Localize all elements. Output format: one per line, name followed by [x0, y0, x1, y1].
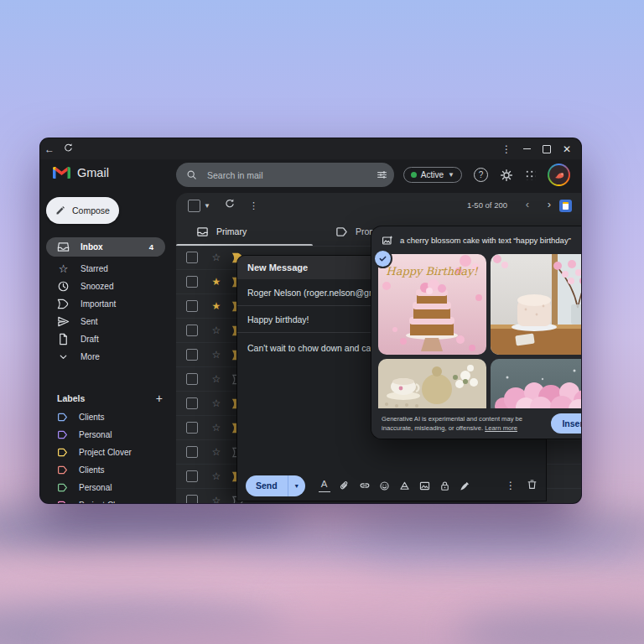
row-star-icon[interactable]: ☆	[210, 397, 222, 409]
row-star-icon[interactable]: ☆	[210, 252, 222, 263]
close-window-icon[interactable]: ✕	[563, 144, 571, 154]
insert-button[interactable]: Insert	[551, 413, 581, 434]
discard-draft-icon[interactable]	[527, 478, 538, 493]
search-options-icon[interactable]	[377, 169, 387, 180]
confidential-mode-icon[interactable]	[439, 480, 451, 491]
sidebar-item-label: Inbox	[80, 242, 103, 252]
row-star-icon[interactable]: ☆	[210, 446, 222, 458]
sidebar-item-snoozed[interactable]: Snoozed	[40, 278, 176, 295]
row-star-icon[interactable]: ☆	[210, 325, 222, 336]
insert-photo-icon[interactable]	[419, 480, 431, 491]
generated-image-icon	[382, 235, 393, 247]
row-checkbox[interactable]	[186, 397, 198, 409]
help-me-write-pen-icon[interactable]	[460, 480, 471, 491]
important-marker-icon	[57, 298, 70, 310]
row-checkbox[interactable]	[186, 422, 198, 434]
label-name: Personal	[79, 430, 112, 439]
previous-page-icon[interactable]: ‹	[526, 198, 529, 210]
compose-toolbar: Send ▼ A	[237, 470, 546, 501]
gmail-logo[interactable]: Gmail	[53, 166, 109, 179]
sidebar-item-starred[interactable]: ☆ Starred	[40, 260, 176, 278]
sidebar-item-label: Snoozed	[80, 282, 113, 291]
label-tag-icon	[57, 465, 68, 475]
row-checkbox[interactable]	[186, 373, 198, 385]
browser-menu-icon[interactable]: ⋮	[501, 143, 512, 155]
generated-image-3[interactable]	[378, 359, 486, 408]
generated-images-grid: Happy Birthday!	[378, 254, 581, 408]
selected-check-icon[interactable]	[375, 251, 391, 267]
help-icon[interactable]: ?	[474, 168, 488, 182]
label-tag-icon	[57, 447, 68, 458]
chevron-down-icon: ▼	[448, 171, 454, 179]
sidebar-item-important[interactable]: Important	[40, 295, 176, 313]
row-star-icon[interactable]: ☆	[210, 495, 222, 503]
row-checkbox[interactable]	[186, 300, 198, 312]
star-icon: ☆	[57, 262, 70, 275]
select-dropdown-icon[interactable]: ▼	[204, 202, 210, 210]
learn-more-link[interactable]: Learn more	[485, 424, 517, 432]
formatting-options-icon[interactable]: A	[319, 479, 330, 492]
row-star-icon[interactable]: ☆	[210, 422, 222, 434]
insert-link-icon[interactable]	[359, 480, 371, 491]
row-checkbox[interactable]	[186, 470, 198, 482]
send-options-icon[interactable]: ▼	[288, 475, 305, 496]
sidebar-item-draft[interactable]: Draft	[40, 330, 176, 348]
minimize-icon[interactable]	[523, 148, 531, 150]
insert-from-drive-icon[interactable]	[399, 480, 411, 491]
attach-file-icon[interactable]	[339, 480, 351, 491]
sidebar-label-clients-2[interactable]: Clients	[40, 461, 176, 479]
apps-grid-icon[interactable]	[525, 169, 536, 180]
sidebar-item-label: Draft	[80, 335, 99, 344]
browser-window: ← ⋮ ✕ Gmail	[40, 138, 581, 503]
row-checkbox[interactable]	[186, 252, 198, 263]
sidebar-item-label: Important	[80, 299, 116, 309]
labels-title: Labels	[57, 393, 85, 403]
row-checkbox[interactable]	[186, 495, 198, 503]
sidebar-item-more[interactable]: More	[40, 348, 176, 366]
maximize-icon[interactable]	[543, 145, 551, 153]
settings-gear-icon[interactable]	[500, 169, 513, 182]
sidebar-label-project-clover-2[interactable]: Project Clover	[40, 496, 176, 503]
search-bar[interactable]	[176, 163, 394, 187]
next-page-icon[interactable]: ›	[548, 198, 551, 210]
sidebar-item-sent[interactable]: Sent	[40, 313, 176, 330]
row-star-icon[interactable]: ★	[210, 276, 222, 288]
list-more-icon[interactable]: ⋮	[249, 200, 258, 211]
status-label: Active	[421, 170, 444, 179]
row-checkbox[interactable]	[186, 349, 198, 361]
row-star-icon[interactable]: ☆	[210, 373, 222, 385]
tab-primary[interactable]: Primary	[196, 218, 312, 245]
row-checkbox[interactable]	[186, 276, 198, 288]
clock-icon	[57, 280, 70, 293]
row-star-icon[interactable]: ☆	[210, 470, 222, 482]
label-tag-icon	[57, 412, 68, 423]
refresh-list-icon[interactable]	[224, 198, 236, 213]
status-selector[interactable]: Active ▼	[403, 167, 462, 183]
insert-emoji-icon[interactable]	[379, 480, 391, 491]
row-star-icon[interactable]: ☆	[210, 349, 222, 361]
side-panel-calendar-icon[interactable]	[559, 200, 572, 212]
sidebar-label-project-clover[interactable]: Project Clover	[40, 444, 176, 461]
image-prompt-text: a cherry blossom cake with text “happy b…	[400, 236, 571, 245]
list-toolbar: ▼ ⋮ 1-50 of 200 ‹ ›	[176, 193, 581, 218]
back-icon[interactable]: ←	[40, 143, 59, 155]
send-button[interactable]: Send	[246, 475, 288, 496]
profile-avatar[interactable]	[548, 164, 570, 186]
refresh-icon[interactable]	[59, 143, 77, 156]
row-checkbox[interactable]	[186, 446, 198, 458]
compose-more-icon[interactable]: ⋮	[506, 480, 516, 491]
select-all-checkbox[interactable]	[188, 200, 200, 212]
generated-image-1[interactable]: Happy Birthday!	[378, 254, 486, 355]
draft-file-icon	[57, 333, 70, 345]
sidebar-label-clients[interactable]: Clients	[40, 408, 176, 426]
sidebar-item-inbox[interactable]: Inbox 4	[46, 237, 165, 257]
search-input[interactable]	[205, 169, 377, 181]
sidebar-label-personal[interactable]: Personal	[40, 426, 176, 444]
generated-image-2[interactable]	[491, 254, 581, 355]
row-checkbox[interactable]	[186, 325, 198, 336]
add-label-icon[interactable]: +	[156, 392, 163, 405]
sidebar-label-personal-2[interactable]: Personal	[40, 479, 176, 496]
generated-image-4[interactable]	[491, 359, 581, 408]
compose-button[interactable]: Compose	[46, 197, 119, 224]
row-star-icon[interactable]: ★	[210, 300, 222, 312]
